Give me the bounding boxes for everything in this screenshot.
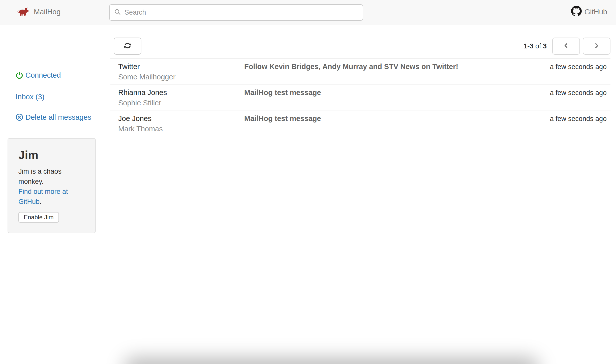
- sidebar-item-inbox[interactable]: Inbox (3): [16, 91, 44, 103]
- sidebar: Connected Inbox (3) Delete all messages …: [0, 24, 110, 364]
- message-row[interactable]: Joe Jones Mark Thomas MailHog test messa…: [110, 110, 610, 136]
- prev-page-button[interactable]: [552, 38, 580, 55]
- message-time: a few seconds ago: [550, 114, 607, 123]
- message-subject: MailHog test message: [244, 114, 550, 123]
- message-subject: MailHog test message: [244, 88, 550, 97]
- pagination-of: of: [535, 42, 541, 50]
- message-sender-block: Joe Jones Mark Thomas: [118, 114, 244, 133]
- enable-jim-button[interactable]: Enable Jim: [18, 212, 59, 223]
- brand-title: MailHog: [34, 8, 60, 16]
- main-content: 1-3 of 3 Twitter Some Mai: [110, 24, 610, 136]
- chevron-right-icon: [593, 42, 600, 50]
- pagination-summary: 1-3 of 3: [523, 42, 547, 50]
- jim-description: Jim is a chaos monkey. Find out more at …: [18, 166, 85, 207]
- search-form: [109, 4, 363, 21]
- jim-link-suffix: .: [40, 198, 42, 205]
- chevron-left-icon: [563, 42, 569, 50]
- connection-status-label: Connected: [25, 71, 61, 79]
- circle-x-icon: [16, 113, 23, 121]
- search-input[interactable]: [125, 9, 358, 16]
- jim-panel: Jim Jim is a chaos monkey. Find out more…: [8, 138, 96, 233]
- delete-all-messages-link[interactable]: Delete all messages: [16, 111, 91, 123]
- navbar: MailHog GitHub: [0, 0, 616, 24]
- pagination-range: 1-3: [523, 42, 533, 50]
- message-recipient: Sophie Stiller: [118, 99, 244, 107]
- power-icon: [16, 71, 23, 79]
- refresh-button[interactable]: [114, 38, 141, 55]
- message-subject: Follow Kevin Bridges, Andy Murray and ST…: [244, 62, 550, 71]
- toolbar: 1-3 of 3: [110, 24, 610, 58]
- pig-icon: [17, 7, 29, 17]
- message-sender-block: Twitter Some Mailhogger: [118, 62, 244, 81]
- brand-link[interactable]: MailHog: [17, 0, 60, 24]
- github-icon: [571, 6, 582, 18]
- message-list: Twitter Some Mailhogger Follow Kevin Bri…: [110, 58, 610, 136]
- pagination-total: 3: [543, 42, 547, 50]
- delete-all-label: Delete all messages: [25, 113, 91, 122]
- message-time: a few seconds ago: [550, 62, 607, 71]
- github-label: GitHub: [584, 8, 607, 16]
- message-sender-block: Rhianna Jones Sophie Stiller: [118, 88, 244, 107]
- pagination: 1-3 of 3: [523, 38, 610, 55]
- message-row[interactable]: Twitter Some Mailhogger Follow Kevin Bri…: [110, 58, 610, 84]
- search-icon: [114, 9, 121, 16]
- message-recipient: Some Mailhogger: [118, 73, 244, 81]
- connection-status[interactable]: Connected: [16, 69, 61, 81]
- jim-github-link[interactable]: Find out more at GitHub: [18, 188, 68, 205]
- jim-description-text: Jim is a chaos monkey.: [18, 166, 85, 187]
- inbox-label: Inbox (3): [16, 93, 44, 101]
- message-from: Joe Jones: [118, 114, 244, 123]
- refresh-icon: [123, 41, 132, 51]
- message-time: a few seconds ago: [550, 88, 607, 97]
- jim-panel-title: Jim: [18, 148, 85, 162]
- message-from: Twitter: [118, 62, 244, 71]
- github-link[interactable]: GitHub: [571, 0, 607, 24]
- message-row[interactable]: Rhianna Jones Sophie Stiller MailHog tes…: [110, 84, 610, 110]
- next-page-button[interactable]: [583, 38, 610, 55]
- message-from: Rhianna Jones: [118, 88, 244, 97]
- message-recipient: Mark Thomas: [118, 125, 244, 133]
